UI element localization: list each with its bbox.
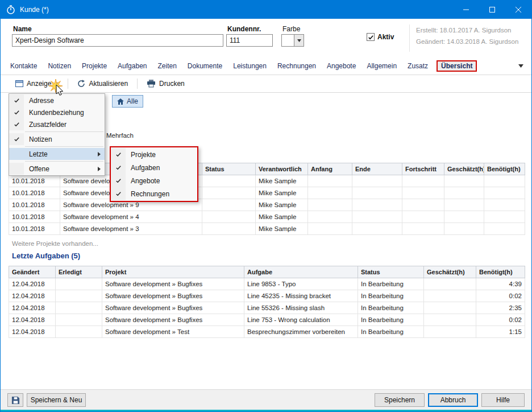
tab-aufgaben[interactable]: Aufgaben	[115, 60, 149, 72]
table-cell	[402, 175, 444, 187]
menu-item-offene[interactable]: Offene	[9, 163, 105, 175]
tab-rechnungen[interactable]: Rechnungen	[275, 60, 318, 72]
table-cell	[308, 187, 352, 199]
tab-angebote[interactable]: Angebote	[325, 60, 358, 72]
table-cell	[308, 223, 352, 235]
table-row[interactable]: 10.01.2018Software development » 9Mike S…	[9, 199, 525, 211]
column-header[interactable]: Aufgabe	[244, 266, 358, 278]
submenu-item-aufgaben[interactable]: Aufgaben	[111, 161, 197, 174]
table-cell: Besprechungszimmer vorbereiten	[244, 326, 358, 338]
column-header[interactable]: Fortschritt	[402, 163, 444, 175]
tab-zusatz[interactable]: Zusatz	[405, 60, 430, 72]
table-cell: 12.04.2018	[9, 278, 56, 290]
tabs-overflow-button[interactable]	[518, 64, 523, 68]
table-cell	[352, 199, 402, 211]
menu-item-label: Rechnungen	[126, 190, 169, 198]
tab-leistungen[interactable]: Leistungen	[231, 60, 269, 72]
titlebar[interactable]: Kunde (*)	[1, 1, 531, 19]
tab-allgemein[interactable]: Allgemein	[364, 60, 399, 72]
check-icon	[9, 106, 24, 118]
tab-projekte[interactable]: Projekte	[80, 60, 109, 72]
table-row[interactable]: 12.04.2018Software development » Bugfixe…	[9, 278, 525, 290]
table-row[interactable]: 12.04.2018Software development » Bugfixe…	[9, 290, 525, 302]
name-input[interactable]	[12, 34, 223, 47]
table-cell	[424, 290, 476, 302]
alle-filter-button[interactable]: Alle	[112, 95, 143, 108]
column-header[interactable]: Anfang	[308, 163, 352, 175]
drucken-button[interactable]: Drucken	[142, 77, 189, 90]
column-header[interactable]: Benötigt(h)	[476, 266, 525, 278]
menu-item-kundenbeziehung[interactable]: Kundenbeziehung	[9, 106, 105, 118]
table-cell: In Bearbeitung	[358, 302, 424, 314]
table-row[interactable]: 12.04.2018Software development » Bugfixe…	[9, 302, 525, 314]
check-icon	[111, 174, 126, 187]
minimize-button[interactable]	[453, 1, 479, 19]
submenu-arrow-icon	[98, 152, 101, 156]
tab-zeiten[interactable]: Zeiten	[155, 60, 178, 72]
letzte-submenu: Projekte Aufgaben Angebote Rechnungen	[110, 146, 198, 202]
alle-label: Alle	[127, 97, 138, 105]
dropdown-arrow-icon[interactable]	[294, 35, 304, 46]
column-header[interactable]: Status	[202, 163, 256, 175]
submenu-item-rechnungen[interactable]: Rechnungen	[111, 187, 197, 200]
menu-item-notizen[interactable]: Notizen	[9, 133, 105, 145]
farbe-dropdown[interactable]	[281, 34, 304, 47]
column-header[interactable]: Projekt	[102, 266, 244, 278]
table-row[interactable]: 10.01.2018Software develoMike Sample	[9, 187, 525, 199]
table-cell	[424, 302, 476, 314]
column-header[interactable]: Verantwortlich	[256, 163, 308, 175]
menu-item-zusatzfelder[interactable]: Zusatzfelder	[9, 118, 105, 130]
tab-bar: Kontakte Notizen Projekte Aufgaben Zeite…	[1, 57, 531, 75]
menu-item-letzte[interactable]: Letzte	[9, 148, 105, 160]
created-text: Erstellt: 18.01.2017 A. Sigurdson	[416, 27, 512, 34]
check-icon	[9, 118, 24, 130]
kundennr-input[interactable]	[226, 34, 273, 47]
table-row[interactable]: 10.01.2018Software development » 4Mike S…	[9, 211, 525, 223]
table-row[interactable]: 12.04.2018Software development » TestBes…	[9, 326, 525, 338]
menu-item-label: Zusatzfelder	[24, 121, 66, 129]
table-cell: 12.04.2018	[9, 290, 56, 302]
table-cell: In Bearbeitung	[358, 290, 424, 302]
column-header[interactable]: Benötigt(h)	[484, 163, 525, 175]
speichern-button[interactable]: Speichern	[375, 393, 425, 407]
printer-icon	[147, 80, 156, 88]
aktualisieren-label: Aktualisieren	[89, 80, 128, 88]
tab-uebersicht[interactable]: Übersicht	[437, 60, 477, 72]
column-header[interactable]: Status	[358, 266, 424, 278]
aktiv-checkbox[interactable]	[367, 33, 375, 41]
anzeige-menu: Adresse Kundenbeziehung Zusatzfelder Not…	[9, 93, 105, 176]
chevron-down-icon	[518, 64, 523, 68]
table-cell: Mike Sample	[256, 223, 308, 235]
submenu-item-angebote[interactable]: Angebote	[111, 174, 197, 187]
abbruch-button[interactable]: Abbruch	[428, 393, 478, 407]
column-header[interactable]: Geschätzt(h)	[424, 266, 476, 278]
table-cell: 12.04.2018	[9, 326, 56, 338]
speichern-neu-button[interactable]: Speichern & Neu	[27, 393, 86, 407]
separator	[25, 161, 103, 162]
column-header[interactable]: Erledigt	[56, 266, 102, 278]
table-row[interactable]: 12.04.2018Software development » Bugfixe…	[9, 314, 525, 326]
tasks-header-row: GeändertErledigtProjektAufgabeStatusGesc…	[9, 266, 525, 278]
table-cell	[444, 211, 484, 223]
table-cell: Software development » 3	[60, 223, 202, 235]
column-header[interactable]: Ende	[352, 163, 402, 175]
tab-dokumente[interactable]: Dokumente	[185, 60, 225, 72]
name-label: Name	[13, 25, 32, 33]
hilfe-button[interactable]: Hilfe	[481, 393, 525, 407]
submenu-item-projekte[interactable]: Projekte	[111, 148, 197, 161]
table-cell	[202, 175, 256, 187]
window-bottom-edge	[1, 410, 531, 411]
mehrfach-label: Mehrfach	[106, 132, 134, 139]
aktualisieren-button[interactable]: Aktualisieren	[73, 77, 132, 90]
column-header[interactable]: Geschätzt(h)	[444, 163, 484, 175]
close-button[interactable]	[505, 1, 531, 19]
tab-notizen[interactable]: Notizen	[45, 60, 73, 72]
table-row[interactable]: 10.01.2018Software develoMike Sample	[9, 175, 525, 187]
menu-item-adresse[interactable]: Adresse	[9, 94, 105, 106]
column-header[interactable]: Geändert	[9, 266, 56, 278]
save-icon-button[interactable]	[7, 393, 23, 407]
tab-kontakte[interactable]: Kontakte	[8, 60, 39, 72]
anzeige-button[interactable]: Anzeige	[11, 77, 63, 90]
table-row[interactable]: 10.01.2018Software development » 3Mike S…	[9, 223, 525, 235]
maximize-button[interactable]	[479, 1, 505, 19]
